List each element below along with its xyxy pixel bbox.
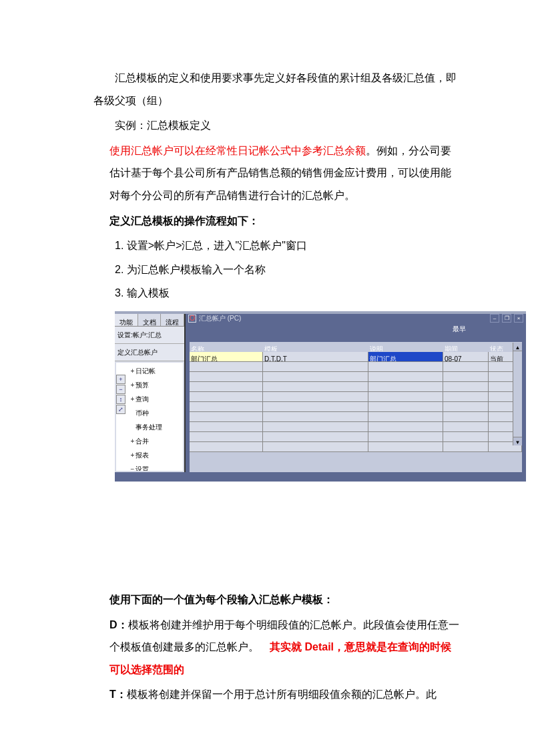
tree-item[interactable]: +查询	[128, 392, 183, 406]
d-desc: D：模板将创建并维护用于每个明细段值的汇总帐户。此段值会使用任意一个模板值创建最…	[109, 614, 461, 681]
window-title: 汇总帐户 (PC)	[199, 311, 490, 325]
col-name: 名称	[190, 342, 263, 351]
tree-item[interactable]: 币种	[128, 406, 183, 420]
table-row[interactable]	[190, 372, 522, 382]
t-desc: T：模板将创建并保留一个用于总计所有明细段值余额的汇总帐户。此	[109, 683, 461, 706]
table-row[interactable]	[190, 412, 522, 422]
oracle-icon: O	[188, 315, 196, 323]
step-3: 3. 输入模板	[115, 282, 461, 305]
breadcrumb: 设置:帐户:汇总	[115, 327, 184, 344]
tab-function[interactable]: 功能	[115, 314, 138, 326]
tree-item[interactable]: +预算	[128, 378, 183, 392]
table-row[interactable]	[190, 402, 522, 412]
cell-template[interactable]: D.T.D.T	[263, 352, 368, 361]
table-row[interactable]	[190, 442, 522, 452]
navigator-pane: 功能 文档 流程 设置:帐户:汇总 定义汇总帐户 + − ↕ ⤢ +日记帐 +预…	[115, 314, 186, 472]
tree-item[interactable]: +日记帐	[128, 364, 183, 378]
table-row[interactable]	[190, 392, 522, 402]
tab-process[interactable]: 流程	[161, 314, 184, 326]
window-titlebar: O 汇总帐户 (PC) – ❐ ×	[186, 314, 526, 323]
table-row[interactable]	[190, 362, 522, 372]
col-period: 期间	[443, 342, 489, 351]
step-2: 2. 为汇总帐户模板输入一个名称	[115, 258, 461, 281]
cell-period[interactable]: 08-07	[443, 352, 489, 361]
restore-icon[interactable]: ❐	[502, 314, 511, 323]
tree-item[interactable]: −设置	[128, 462, 183, 471]
table-row[interactable]: 部门汇总 D.T.D.T 部门汇总 08-07 当前	[190, 352, 522, 362]
tab-document[interactable]: 文档	[138, 314, 162, 326]
minimize-icon[interactable]: –	[490, 314, 499, 323]
table-row[interactable]	[190, 422, 522, 432]
data-grid: 名称 模板 说明 期间 状态 部门汇总 D.T.D.T 部门汇总 08-07 当…	[190, 342, 522, 472]
table-row[interactable]	[190, 432, 522, 442]
col-template: 模板	[263, 342, 368, 351]
segment-title: 使用下面的一个值为每个段输入汇总帐户模板：	[109, 588, 461, 611]
col-desc: 说明	[368, 342, 443, 351]
cell-name[interactable]: 部门汇总	[190, 352, 263, 361]
scroll-down-icon[interactable]: ▼	[513, 437, 522, 445]
table-row[interactable]	[190, 382, 522, 392]
screenshot: 功能 文档 流程 设置:帐户:汇总 定义汇总帐户 + − ↕ ⤢ +日记帐 +预…	[115, 311, 526, 482]
scrollbar[interactable]: ▲▼	[513, 343, 522, 445]
scroll-up-icon[interactable]: ▲	[513, 343, 522, 351]
cell-desc[interactable]: 部门汇总	[368, 352, 443, 361]
nav-tree: + − ↕ ⤢ +日记帐 +预算 +查询 币种 事务处理 +合并 +报表 −设置…	[116, 363, 183, 471]
flow-title: 定义汇总模板的操作流程如下：	[109, 210, 461, 232]
example-desc: 使用汇总帐户可以在经常性日记帐公式中参考汇总余额。例如，分公司要估计基于每个县公…	[109, 140, 461, 207]
intro-para: 汇总模板的定义和使用要求事先定义好各段值的累计组及各级汇总值，即各级父项（组）	[93, 67, 461, 112]
label-early: 最早	[453, 322, 466, 336]
tree-item[interactable]: +合并	[128, 434, 183, 448]
close-icon[interactable]: ×	[514, 314, 523, 323]
tree-item[interactable]: 事务处理	[128, 420, 183, 434]
red-text-1: 使用汇总帐户可以在经常性日记帐公式中参考汇总余额	[109, 145, 366, 156]
tool-icon-2[interactable]: ⤢	[116, 405, 125, 414]
tree-item[interactable]: +报表	[128, 448, 183, 462]
form-pane: O 汇总帐户 (PC) – ❐ × 最早 名称 模板 说明 期间 状态 部门汇总…	[186, 314, 526, 472]
example-title: 实例：汇总模板定义	[93, 114, 461, 137]
breadcrumb-2: 定义汇总帐户	[115, 344, 184, 361]
step-1: 1. 设置>帐户>汇总，进入"汇总帐户"窗口	[115, 234, 461, 257]
